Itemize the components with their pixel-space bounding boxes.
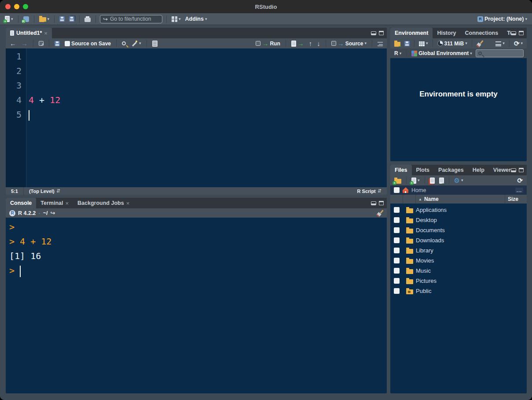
minimize-pane-icon[interactable] [371, 31, 376, 35]
addins-button[interactable]: Addins▾ [184, 15, 208, 22]
console-prompt-line: > [9, 263, 387, 278]
forward-button[interactable]: → [20, 40, 29, 47]
close-tab-icon[interactable]: × [65, 200, 69, 207]
document-outline-button[interactable] [377, 40, 384, 47]
show-in-new-window-button[interactable] [38, 41, 44, 46]
goto-file-search[interactable]: ↪ [100, 15, 162, 23]
file-row[interactable]: Public [390, 286, 527, 296]
refresh-environment-button[interactable]: ⟳▾ [513, 40, 524, 47]
file-row[interactable]: Movies [390, 256, 527, 266]
path-segment-home[interactable]: Home [411, 187, 426, 193]
popout-icon [39, 41, 44, 46]
maximize-pane-icon[interactable] [519, 31, 524, 35]
new-project-button[interactable] [22, 16, 30, 22]
environment-scope-selector[interactable]: Global Environment▾ [411, 50, 473, 57]
column-header-name[interactable]: ▲Name [416, 195, 505, 204]
row-checkbox[interactable] [394, 278, 400, 284]
row-checkbox[interactable] [394, 237, 400, 243]
file-row[interactable]: Music [390, 266, 527, 276]
file-row[interactable]: Library [390, 245, 527, 256]
code-editor[interactable]: 1 2 3 4 5 4+12 [6, 48, 387, 187]
source-on-save-checkbox[interactable]: Source on Save [64, 40, 112, 47]
minimize-pane-icon[interactable] [511, 31, 516, 35]
new-blank-file-button[interactable]: ▾ [411, 177, 421, 184]
select-all-checkbox[interactable] [394, 187, 400, 193]
row-checkbox[interactable] [394, 227, 400, 233]
load-workspace-button[interactable] [393, 40, 401, 47]
tab-background-jobs[interactable]: Background Jobs× [73, 198, 134, 208]
run-previous-chunk-button[interactable]: ↑ [308, 40, 313, 47]
code-tools-button[interactable]: ▾ [130, 40, 142, 48]
column-header-size[interactable]: Size [505, 195, 527, 204]
tab-help[interactable]: Help [468, 165, 489, 175]
tab-environment[interactable]: Environment [390, 28, 433, 38]
row-checkbox[interactable] [394, 207, 400, 213]
run-next-chunk-button[interactable]: ↓ [316, 40, 321, 47]
file-row[interactable]: Downloads [390, 235, 527, 245]
close-tab-icon[interactable]: × [126, 200, 130, 207]
row-checkbox[interactable] [394, 217, 400, 223]
file-row[interactable]: Documents [390, 225, 527, 235]
file-row[interactable]: Applications [390, 205, 527, 215]
memory-usage-button[interactable]: 311 MiB▾ [437, 40, 468, 47]
tab-untitled1[interactable]: Untitled1* × [6, 28, 52, 38]
code-area[interactable]: 4+12 [26, 48, 387, 187]
tab-files[interactable]: Files [390, 165, 412, 175]
home-icon[interactable] [403, 188, 408, 193]
tab-console[interactable]: Console [6, 198, 36, 208]
tab-packages[interactable]: Packages [434, 165, 468, 175]
tab-terminal[interactable]: Terminal× [36, 198, 73, 208]
minimize-pane-icon[interactable] [511, 168, 516, 172]
checkbox-icon[interactable] [65, 41, 70, 46]
refresh-files-button[interactable]: ⟳ [516, 177, 524, 184]
save-source-button[interactable] [54, 41, 61, 47]
new-file-button[interactable]: ▾ [4, 15, 14, 22]
compile-report-button[interactable] [151, 40, 158, 47]
clear-console-icon[interactable] [377, 210, 383, 216]
environment-search[interactable] [476, 49, 524, 57]
environment-search-input[interactable] [484, 50, 521, 56]
maximize-pane-icon[interactable] [379, 201, 384, 205]
list-view-button[interactable]: ▾ [495, 40, 506, 47]
copy-file-button[interactable] [438, 177, 445, 184]
open-folder-icon [394, 42, 400, 47]
minimize-pane-icon[interactable] [371, 201, 376, 205]
find-replace-button[interactable] [121, 41, 127, 46]
pane-layout-button[interactable]: ▾ [171, 16, 182, 22]
project-menu-button[interactable]: Project: (None)▾ [477, 15, 528, 22]
goto-file-input[interactable] [110, 16, 158, 22]
search-icon [478, 52, 482, 55]
tab-history[interactable]: History [433, 28, 460, 38]
row-checkbox[interactable] [394, 258, 400, 263]
print-button[interactable] [84, 16, 92, 22]
more-file-commands-button[interactable]: ⚙▾ [453, 177, 464, 184]
rerun-button[interactable]: → [290, 40, 305, 47]
source-button[interactable]: →Source▾ [330, 40, 367, 47]
run-button[interactable]: →Run [255, 40, 281, 47]
scope-selector[interactable]: (Top Level)⇵ [24, 187, 66, 195]
back-button[interactable]: ← [9, 40, 17, 47]
close-tab-icon[interactable]: × [44, 30, 48, 37]
row-checkbox[interactable] [394, 288, 400, 294]
open-file-button[interactable]: ▾ [38, 15, 51, 22]
file-row[interactable]: Pictures [390, 276, 527, 286]
maximize-pane-icon[interactable] [519, 168, 524, 172]
import-dataset-button[interactable]: ▾ [418, 40, 429, 47]
file-type-selector[interactable]: R Script⇵ [352, 187, 387, 195]
row-checkbox[interactable] [394, 248, 400, 253]
clear-environment-button[interactable] [476, 40, 484, 47]
save-all-button[interactable] [68, 16, 75, 22]
delete-file-button[interactable] [429, 177, 436, 184]
path-more-button[interactable]: ... [515, 188, 523, 193]
new-folder-button[interactable] [393, 177, 402, 184]
row-checkbox[interactable] [394, 268, 400, 274]
goto-directory-icon[interactable]: ↪ [50, 210, 55, 216]
maximize-pane-icon[interactable] [379, 31, 384, 35]
save-workspace-button[interactable] [404, 41, 411, 47]
tab-connections[interactable]: Connections [460, 28, 503, 38]
file-row[interactable]: Desktop [390, 215, 527, 225]
console-output[interactable]: > > 4 + 12 [1] 16 > [6, 218, 387, 393]
tab-plots[interactable]: Plots [412, 165, 434, 175]
save-button[interactable] [59, 16, 66, 22]
language-selector[interactable]: R▾ [393, 50, 402, 57]
